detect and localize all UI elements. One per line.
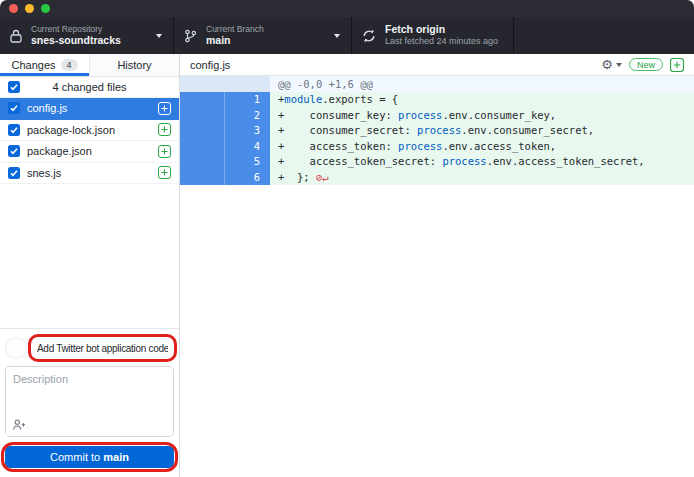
diff-header: config.js ⚙ New <box>180 54 694 76</box>
diff-hunk-text: @@ -0,0 +1,6 @@ <box>270 76 694 92</box>
file-list: config.jspackage-lock.jsonpackage.jsonsn… <box>0 98 179 184</box>
diff-old-line-number <box>180 92 225 108</box>
diff-line-gutter[interactable]: 3 <box>180 123 270 139</box>
expand-diff-button[interactable] <box>670 58 684 72</box>
current-repository-dropdown[interactable]: Current Repository snes-soundtracks <box>0 17 174 54</box>
commit-summary-row <box>5 335 174 361</box>
tab-changes-label: Changes <box>11 59 55 71</box>
diff-file-name: config.js <box>190 59 230 71</box>
avatar <box>5 337 27 359</box>
fetch-origin-title: Fetch origin <box>385 23 498 36</box>
titlebar <box>0 0 694 17</box>
chevron-down-icon <box>156 34 162 38</box>
diff-line: 5+ access_token_secret: process.env.acce… <box>180 154 694 170</box>
chevron-down-icon <box>616 63 622 67</box>
diff-old-line-number <box>180 123 225 139</box>
diff-empty-space <box>180 185 694 477</box>
diff-line: 3+ consumer_secret: process.env.consumer… <box>180 123 694 139</box>
sidebar-tabs: Changes 4 History <box>0 54 179 77</box>
diff-line-code: + access_token: process.env.access_token… <box>270 139 694 155</box>
diff-line-code: + access_token_secret: process.env.acces… <box>270 154 694 170</box>
toolbar-empty-space <box>514 17 694 54</box>
diff-old-line-number <box>180 139 225 155</box>
changed-files-header: 4 changed files <box>0 77 179 98</box>
diff-line-gutter[interactable]: 4 <box>180 139 270 155</box>
diff-line-code: + consumer_key: process.env.consumer_key… <box>270 108 694 124</box>
diff-line-code: + consumer_secret: process.env.consumer_… <box>270 123 694 139</box>
diff-line: 6+ }; ⊘↵ <box>180 170 694 186</box>
diff-new-line-number: 2 <box>225 108 269 124</box>
added-file-plus-icon <box>158 123 171 136</box>
diff-line-code: +module.exports = { <box>270 92 694 108</box>
file-checkbox[interactable] <box>8 167 20 179</box>
diff-panel: config.js ⚙ New @@ -0,0 +1,6 @@ 1+module… <box>180 54 694 477</box>
current-repository-label: Current Repository <box>31 24 121 35</box>
add-coauthor-icon[interactable] <box>12 418 26 431</box>
main-content: Changes 4 History 4 changed files config… <box>0 54 694 477</box>
fetch-origin-button[interactable]: Fetch origin Last fetched 24 minutes ago <box>352 17 514 54</box>
commit-description-box <box>5 366 174 437</box>
file-row[interactable]: config.js <box>0 98 179 120</box>
diff-old-line-number <box>180 154 225 170</box>
added-file-plus-icon <box>158 145 171 158</box>
diff-line: 1+module.exports = { <box>180 92 694 108</box>
file-name: package.json <box>27 145 92 157</box>
git-branch-icon <box>184 29 197 43</box>
diff-old-line-number <box>180 108 225 124</box>
diff-lines: 1+module.exports = {2+ consumer_key: pro… <box>180 92 694 185</box>
chevron-down-icon <box>334 34 340 38</box>
file-name: config.js <box>27 102 67 114</box>
diff-new-line-number: 6 <box>225 170 269 186</box>
current-branch-value: main <box>206 34 264 47</box>
diff-line: 4+ access_token: process.env.access_toke… <box>180 139 694 155</box>
commit-description-input[interactable] <box>6 367 173 436</box>
file-checkbox[interactable] <box>8 124 20 136</box>
diff-new-line-number: 3 <box>225 123 269 139</box>
diff-line-gutter[interactable]: 1 <box>180 92 270 108</box>
current-repository-value: snes-soundtracks <box>31 34 121 47</box>
gear-icon: ⚙ <box>601 58 613 71</box>
tab-history-label: History <box>117 59 151 71</box>
changes-count-badge: 4 <box>61 59 78 71</box>
github-desktop-window: Current Repository snes-soundtracks Curr… <box>0 0 694 477</box>
diff-line-gutter[interactable]: 2 <box>180 108 270 124</box>
select-all-checkbox[interactable] <box>8 81 20 93</box>
diff-hunk-header[interactable]: @@ -0,0 +1,6 @@ <box>180 76 694 92</box>
commit-summary-input[interactable] <box>31 336 174 360</box>
diff-line-code: + }; ⊘↵ <box>270 170 694 186</box>
close-button[interactable] <box>9 4 18 13</box>
window-controls <box>9 4 50 13</box>
current-branch-dropdown[interactable]: Current Branch main <box>174 17 352 54</box>
added-file-plus-icon <box>158 166 171 179</box>
diff-old-line-number <box>180 170 225 186</box>
file-checkbox[interactable] <box>8 145 20 157</box>
fetch-origin-subtitle: Last fetched 24 minutes ago <box>385 36 498 47</box>
commit-button-branch: main <box>103 451 129 463</box>
minimize-button[interactable] <box>25 4 34 13</box>
changes-sidebar: Changes 4 History 4 changed files config… <box>0 54 180 477</box>
diff-hunk-gutter <box>180 76 270 92</box>
toolbar: Current Repository snes-soundtracks Curr… <box>0 17 694 54</box>
tab-history[interactable]: History <box>89 54 179 76</box>
file-name: package-lock.json <box>27 124 115 136</box>
file-name: snes.js <box>27 167 61 179</box>
zoom-button[interactable] <box>41 4 50 13</box>
sidebar-empty-space <box>0 184 179 328</box>
file-row[interactable]: package-lock.json <box>0 120 179 142</box>
diff-new-line-number: 5 <box>225 154 269 170</box>
changed-files-count: 4 changed files <box>53 81 127 93</box>
added-file-plus-icon <box>158 102 171 115</box>
diff-line: 2+ consumer_key: process.env.consumer_ke… <box>180 108 694 124</box>
tab-changes[interactable]: Changes 4 <box>0 54 89 76</box>
file-row[interactable]: snes.js <box>0 163 179 185</box>
diff-new-line-number: 1 <box>225 92 269 108</box>
current-branch-label: Current Branch <box>206 24 264 35</box>
diff-options-button[interactable]: ⚙ <box>601 58 622 71</box>
file-checkbox[interactable] <box>8 102 20 114</box>
diff-new-line-number: 4 <box>225 139 269 155</box>
lock-icon <box>10 29 22 43</box>
diff-line-gutter[interactable]: 6 <box>180 170 270 186</box>
file-row[interactable]: package.json <box>0 141 179 163</box>
commit-button[interactable]: Commit to main <box>5 446 174 468</box>
diff-line-gutter[interactable]: 5 <box>180 154 270 170</box>
